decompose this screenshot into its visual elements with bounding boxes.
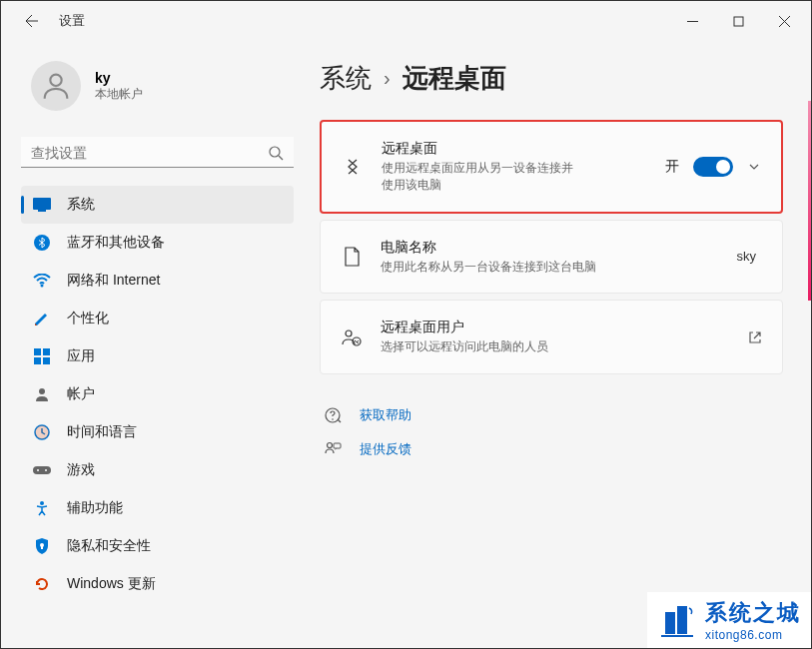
card-pc-name[interactable]: 电脑名称 使用此名称从另一台设备连接到这台电脑 sky [320, 220, 783, 295]
svg-rect-8 [43, 348, 50, 355]
pc-name-value: sky [737, 249, 757, 264]
search-icon [268, 145, 284, 161]
watermark-icon [657, 600, 697, 640]
svg-point-16 [45, 469, 47, 471]
chevron-down-icon[interactable] [747, 160, 761, 174]
card-desc: 使用远程桌面应用从另一设备连接并使用该电脑 [382, 160, 581, 194]
svg-rect-10 [43, 357, 50, 364]
svg-point-11 [39, 388, 45, 394]
svg-rect-4 [38, 210, 46, 212]
search-input[interactable] [31, 145, 268, 161]
svg-point-17 [40, 501, 44, 505]
minimize-button[interactable] [669, 5, 715, 37]
svg-rect-25 [334, 443, 341, 448]
watermark-sub: xitong86.com [705, 628, 801, 642]
svg-rect-0 [734, 17, 743, 26]
watermark-main: 系统之城 [705, 598, 801, 628]
accessibility-icon [33, 499, 51, 517]
system-icon [33, 196, 51, 214]
close-icon [779, 16, 790, 27]
wifi-icon [33, 272, 51, 290]
nav-label: 网络和 Internet [67, 272, 160, 290]
svg-point-24 [328, 443, 333, 448]
search-box[interactable] [21, 137, 294, 168]
feedback-icon [324, 440, 342, 458]
svg-rect-7 [34, 348, 41, 355]
nav-item-apps[interactable]: 应用 [21, 337, 294, 375]
user-section[interactable]: ky 本地帐户 [21, 41, 294, 131]
nav-label: 个性化 [67, 310, 109, 327]
svg-point-13 [35, 425, 49, 439]
svg-rect-3 [33, 198, 51, 210]
feedback-link[interactable]: 提供反馈 [320, 434, 783, 468]
help-links: 获取帮助 提供反馈 [320, 400, 783, 468]
svg-rect-14 [33, 466, 51, 474]
breadcrumb-current: 远程桌面 [403, 61, 506, 96]
nav-item-gaming[interactable]: 游戏 [21, 451, 294, 489]
help-icon [324, 406, 342, 424]
accounts-icon [33, 385, 51, 403]
back-button[interactable] [21, 12, 39, 30]
external-link-icon [748, 330, 762, 344]
card-remote-desktop[interactable]: 远程桌面 使用远程桌面应用从另一设备连接并使用该电脑 开 [320, 120, 783, 214]
nav-item-privacy[interactable]: 隐私和安全性 [21, 527, 294, 565]
nav-label: 系统 [67, 196, 95, 214]
card-title: 远程桌面用户 [381, 319, 730, 336]
users-icon [341, 326, 363, 348]
close-button[interactable] [761, 5, 807, 37]
svg-rect-26 [665, 612, 675, 634]
account-type: 本地帐户 [95, 86, 143, 103]
remote-desktop-toggle[interactable] [693, 157, 733, 177]
svg-point-23 [332, 418, 334, 420]
nav-label: 帐户 [67, 385, 95, 403]
nav-label: 时间和语言 [67, 423, 137, 441]
nav-list: 系统 蓝牙和其他设备 网络和 Internet 个性化 应用 帐户 [21, 186, 294, 603]
nav-item-personalize[interactable]: 个性化 [21, 300, 294, 337]
svg-point-20 [346, 330, 352, 336]
window-title: 设置 [59, 12, 85, 30]
nav-label: 游戏 [67, 461, 95, 479]
link-text: 提供反馈 [360, 440, 411, 458]
card-remote-users[interactable]: 远程桌面用户 选择可以远程访问此电脑的人员 [320, 300, 783, 374]
card-title: 远程桌面 [382, 140, 647, 158]
toggle-label: 开 [665, 158, 679, 176]
maximize-icon [733, 16, 744, 27]
remote-desktop-icon [342, 156, 364, 178]
apps-icon [33, 347, 51, 365]
link-text: 获取帮助 [360, 406, 411, 424]
card-desc: 使用此名称从另一台设备连接到这台电脑 [381, 259, 719, 276]
nav-item-bluetooth[interactable]: 蓝牙和其他设备 [21, 224, 294, 262]
gaming-icon [33, 461, 51, 479]
nav-item-system[interactable]: 系统 [21, 186, 294, 224]
svg-point-6 [41, 285, 44, 288]
nav-item-accessibility[interactable]: 辅助功能 [21, 489, 294, 527]
nav-item-time[interactable]: 时间和语言 [21, 413, 294, 451]
svg-rect-27 [677, 606, 687, 634]
main-content: 系统 › 远程桌面 远程桌面 使用远程桌面应用从另一设备连接并使用该电脑 开 [306, 41, 811, 648]
watermark: 系统之城 xitong86.com [647, 592, 811, 648]
avatar [31, 61, 81, 111]
nav-label: Windows 更新 [67, 575, 156, 593]
update-icon [33, 575, 51, 593]
person-icon [39, 69, 73, 103]
nav-item-accounts[interactable]: 帐户 [21, 375, 294, 413]
card-title: 电脑名称 [381, 239, 719, 257]
breadcrumb-separator-icon: › [384, 67, 391, 90]
breadcrumb-parent[interactable]: 系统 [320, 61, 372, 96]
maximize-button[interactable] [715, 5, 761, 37]
document-icon [341, 246, 363, 268]
nav-label: 蓝牙和其他设备 [67, 234, 165, 252]
minimize-icon [687, 16, 698, 27]
time-icon [33, 423, 51, 441]
nav-item-update[interactable]: Windows 更新 [21, 565, 294, 603]
svg-point-15 [37, 469, 39, 471]
sidebar: ky 本地帐户 系统 蓝牙和其他设备 网络和 Internet [1, 41, 306, 648]
nav-label: 隐私和安全性 [67, 537, 151, 555]
svg-rect-19 [41, 546, 43, 549]
username: ky [95, 70, 143, 86]
bluetooth-icon [33, 234, 51, 252]
get-help-link[interactable]: 获取帮助 [320, 400, 783, 434]
nav-item-network[interactable]: 网络和 Internet [21, 262, 294, 300]
titlebar: 设置 [1, 1, 811, 41]
personalize-icon [33, 310, 51, 327]
